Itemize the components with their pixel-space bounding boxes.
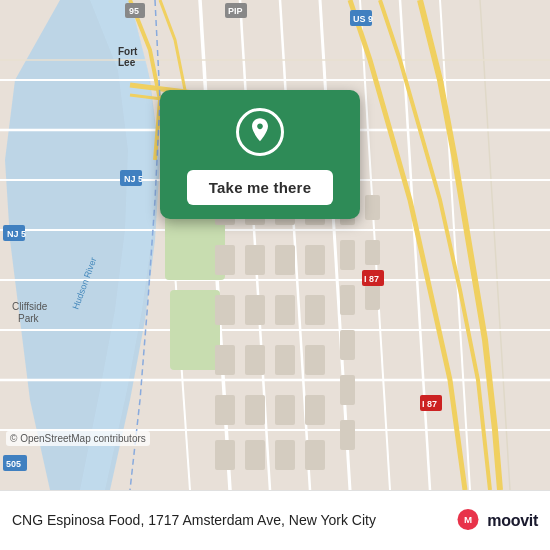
svg-text:Cliffside: Cliffside [12,301,48,312]
svg-text:Park: Park [18,313,40,324]
moovit-icon-svg: M [453,506,483,536]
svg-text:NJ 5: NJ 5 [124,174,143,184]
svg-rect-51 [275,440,295,470]
svg-rect-34 [245,245,265,275]
svg-rect-40 [305,295,325,325]
svg-text:95: 95 [129,6,139,16]
svg-rect-49 [215,440,235,470]
location-pin-icon [246,116,274,148]
svg-rect-44 [305,345,325,375]
svg-rect-33 [215,245,235,275]
svg-rect-42 [245,345,265,375]
pin-icon-wrapper [236,108,284,156]
moovit-logo: M moovit [453,506,538,536]
svg-text:I 87: I 87 [422,399,437,409]
svg-rect-55 [340,240,355,270]
svg-rect-36 [305,245,325,275]
svg-text:US 9: US 9 [353,14,373,24]
svg-rect-52 [305,440,325,470]
svg-text:I 87: I 87 [364,274,379,284]
svg-rect-59 [340,330,355,360]
svg-text:Lee: Lee [118,57,136,68]
svg-rect-48 [305,395,325,425]
svg-text:505: 505 [6,459,21,469]
svg-rect-50 [245,440,265,470]
take-me-there-button[interactable]: Take me there [187,170,333,205]
svg-text:NJ 5: NJ 5 [7,229,26,239]
svg-text:PIP: PIP [228,6,243,16]
svg-rect-35 [275,245,295,275]
svg-rect-38 [245,295,265,325]
svg-rect-37 [215,295,235,325]
bottom-bar: CNG Espinosa Food, 1717 Amsterdam Ave, N… [0,490,550,550]
map-background: Cliffside Park Fort Lee NJ 5 NJ 5 US 9 I… [0,0,550,490]
svg-rect-24 [170,290,220,370]
location-card: Take me there [160,90,360,219]
svg-rect-39 [275,295,295,325]
svg-rect-57 [340,285,355,315]
svg-rect-41 [215,345,235,375]
svg-rect-60 [340,375,355,405]
svg-rect-58 [365,285,380,310]
svg-rect-61 [340,420,355,450]
svg-rect-46 [245,395,265,425]
svg-rect-56 [365,240,380,265]
location-text: CNG Espinosa Food, 1717 Amsterdam Ave, N… [12,511,453,530]
osm-attribution: © OpenStreetMap contributors [6,431,150,446]
svg-text:M: M [464,514,472,525]
svg-rect-54 [365,195,380,220]
map-container: Cliffside Park Fort Lee NJ 5 NJ 5 US 9 I… [0,0,550,490]
svg-text:Fort: Fort [118,46,138,57]
svg-rect-47 [275,395,295,425]
svg-rect-43 [275,345,295,375]
svg-rect-45 [215,395,235,425]
moovit-text: moovit [487,512,538,530]
